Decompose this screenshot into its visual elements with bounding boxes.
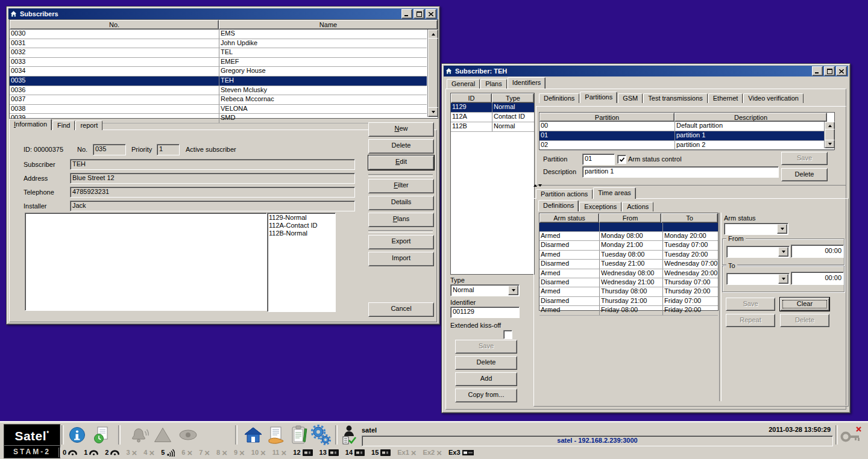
line-indicator-7[interactable]: 7× — [199, 449, 210, 456]
telephone-field[interactable]: 4785923231 — [70, 187, 355, 198]
dropdown-button[interactable] — [778, 274, 788, 284]
tab-partitions[interactable]: Partitions — [580, 92, 617, 103]
partition-delete-button[interactable]: Delete — [781, 168, 828, 181]
tab-identifiers[interactable]: Identifiers — [508, 77, 546, 89]
clear-button[interactable]: Clear — [780, 298, 829, 311]
subscriber-titlebar[interactable]: Subscriber: TEH — [444, 66, 848, 76]
line-indicator-0[interactable]: 0 — [63, 449, 77, 456]
table-row-selected[interactable] — [539, 223, 718, 232]
close-button[interactable] — [836, 66, 847, 76]
line-indicator-12[interactable]: 12 — [293, 449, 312, 456]
identifier-save-button[interactable]: Save — [455, 340, 517, 354]
table-row[interactable]: ArmedMonday 08:00Monday 20:00 — [539, 232, 718, 241]
logout-key-button[interactable] — [839, 425, 863, 445]
table-row[interactable]: DisarmedMonday 21:00Tuesday 07:00 — [539, 241, 718, 250]
table-row[interactable]: ArmedWednesday 08:00Wednesday 20:00 — [539, 269, 718, 278]
dropdown-button[interactable] — [777, 224, 787, 234]
scroll-down-button[interactable] — [825, 140, 835, 148]
table-row[interactable]: 112AContact ID — [451, 113, 534, 122]
list-item[interactable]: 1129-Normal — [268, 214, 335, 222]
new-button[interactable]: New — [368, 122, 434, 137]
table-row[interactable]: 00Default partition — [539, 122, 834, 131]
table-row[interactable]: ArmedTuesday 08:00Tuesday 20:00 — [539, 251, 718, 260]
copy-from-button[interactable]: Copy from... — [455, 389, 517, 402]
column-header-no[interactable]: No. — [10, 20, 219, 30]
export-button[interactable]: Export — [368, 235, 434, 249]
details-button[interactable]: Details — [368, 196, 434, 210]
configuration-button[interactable] — [310, 425, 332, 445]
line-indicator-13[interactable]: 13 — [319, 449, 339, 456]
table-row[interactable]: 0038VELONA — [10, 105, 427, 114]
type-combobox[interactable]: Normal — [450, 284, 520, 296]
identifier-add-button[interactable]: Add — [455, 372, 517, 386]
delete-button[interactable]: Delete — [368, 139, 434, 154]
warnings-button-disabled[interactable] — [152, 425, 174, 445]
repeat-button[interactable]: Repeat — [726, 314, 775, 327]
events-button[interactable] — [265, 425, 287, 445]
from-time-field[interactable]: 00:00 — [791, 245, 844, 258]
column-header-description[interactable]: Description — [675, 113, 827, 122]
table-row[interactable]: 0033EMEF — [10, 58, 427, 67]
column-header-partition[interactable]: Partition — [539, 113, 675, 122]
tab-test-transmissions[interactable]: Test transmissions — [643, 93, 707, 103]
scrollbar-thumb[interactable] — [428, 38, 438, 110]
installer-field[interactable]: Jack — [70, 201, 355, 211]
filter-button[interactable]: Filter — [368, 179, 434, 193]
priority-field[interactable]: 1 — [157, 144, 180, 155]
tab-exceptions[interactable]: Exceptions — [579, 202, 621, 211]
tab-time-areas[interactable]: Time areas — [593, 187, 636, 199]
list-item[interactable]: 112B-Normal — [268, 230, 335, 237]
column-header-type[interactable]: Type — [492, 93, 534, 103]
table-row[interactable]: DisarmedThursday 21:00Friday 07:00 — [539, 297, 718, 306]
list-item[interactable]: 112A-Contact ID — [268, 222, 335, 230]
line-indicator-6[interactable]: 6× — [181, 449, 192, 456]
line-indicator-2[interactable]: 2 — [105, 449, 119, 456]
info-button[interactable] — [66, 425, 88, 445]
tab-definitions[interactable]: Definitions — [539, 93, 579, 103]
tab-gsm[interactable]: GSM — [618, 93, 643, 103]
no-field[interactable]: 035 — [93, 144, 126, 155]
line-indicator-ex2[interactable]: Ex2× — [423, 449, 442, 456]
table-row[interactable]: DisarmedTuesday 21:00Wednesday 07:00 — [539, 260, 718, 269]
tab-report[interactable]: report — [75, 120, 102, 130]
line-indicator-15[interactable]: 15 — [371, 449, 391, 456]
line-indicator-4[interactable]: 4× — [143, 449, 154, 456]
tab-find[interactable]: Find — [52, 120, 75, 130]
column-header-to[interactable]: To — [661, 213, 718, 223]
table-row[interactable]: ArmedFriday 08:00Friday 20:00 — [539, 306, 718, 315]
minimize-button[interactable] — [401, 9, 412, 19]
from-day-combobox[interactable] — [726, 246, 790, 258]
identifier-delete-button[interactable]: Delete — [455, 356, 517, 370]
table-row[interactable]: 0037Rebeca Mccornac — [10, 95, 427, 105]
line-indicator-8[interactable]: 8× — [216, 449, 227, 456]
line-indicator-ex3[interactable]: Ex3 — [448, 449, 474, 456]
line-indicator-3[interactable]: 3× — [126, 449, 137, 456]
table-row[interactable]: 112BNormal — [451, 122, 534, 132]
tab-actions[interactable]: Actions — [622, 202, 653, 211]
line-indicator-9[interactable]: 9× — [234, 449, 245, 456]
table-row[interactable]: DisarmedWednesday 21:00Thursday 07:00 — [539, 278, 718, 287]
tab-video-verification[interactable]: Video verification — [743, 93, 804, 103]
scroll-down-button[interactable] — [428, 107, 438, 117]
table-row[interactable]: ArmedThursday 08:00Thursday 20:00 — [539, 287, 718, 296]
extended-kissoff-checkbox[interactable] — [503, 330, 512, 339]
dropdown-button[interactable] — [778, 247, 788, 257]
subscribers-button[interactable] — [242, 425, 264, 445]
tab-information[interactable]: Information — [9, 119, 52, 130]
address-field[interactable]: Blue Street 12 — [70, 173, 355, 184]
table-row[interactable]: 0036Steven Mclusky — [10, 86, 427, 96]
monitor-button-disabled[interactable] — [177, 425, 199, 445]
line-indicator-11[interactable]: 11× — [272, 449, 286, 456]
line-indicator-1[interactable]: 1 — [84, 449, 98, 456]
maximize-button[interactable] — [824, 66, 835, 76]
vertical-scrollbar[interactable] — [427, 30, 438, 117]
edit-button[interactable]: Edit — [368, 155, 434, 170]
partition-field[interactable]: 01 — [582, 154, 615, 165]
table-row[interactable]: 0031John Updike — [10, 39, 427, 49]
line-indicator-5[interactable]: 5 — [161, 449, 175, 457]
time-save-button[interactable]: Save — [726, 298, 775, 311]
operator-button[interactable] — [338, 425, 359, 445]
subscriber-field[interactable]: TEH — [70, 159, 355, 170]
column-header-id[interactable]: ID — [451, 93, 492, 103]
tab-scroller[interactable] — [533, 184, 542, 187]
